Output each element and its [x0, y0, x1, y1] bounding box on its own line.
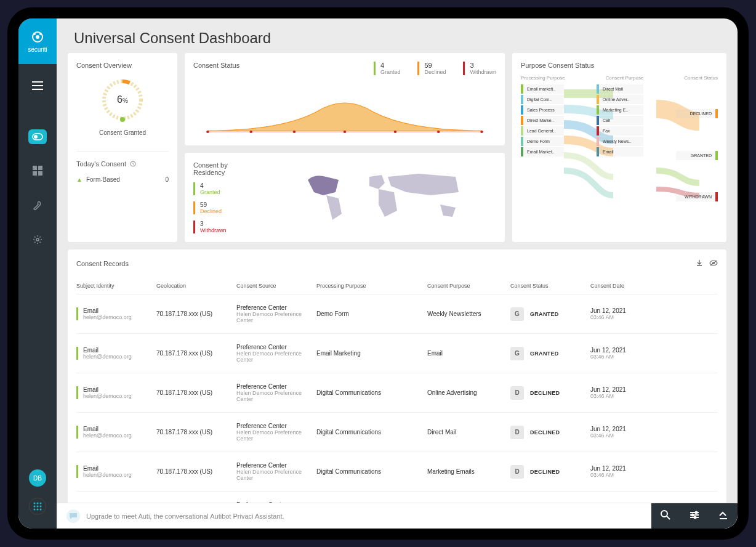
svg-point-20: [34, 509, 36, 511]
consent-status: GGRANTED: [510, 307, 590, 321]
consent-purpose: Weekly Newsletters: [427, 310, 510, 317]
consent-purpose: Direct Mail: [427, 429, 510, 436]
download-icon[interactable]: [696, 258, 703, 269]
residency-stat-withdrawn: 3Withdrawn: [193, 221, 261, 233]
table-header[interactable]: Subject Identity: [76, 283, 156, 289]
bottom-bar: Upgrade to meet Auti, the conversational…: [57, 503, 738, 529]
svg-line-38: [667, 516, 670, 519]
svg-point-15: [37, 503, 39, 504]
consent-source: Preference CenterHelen Democo Preference…: [236, 344, 316, 363]
svg-point-31: [344, 131, 347, 133]
subject-identity: Emailhelen@democo.org: [76, 347, 156, 360]
apps-icon[interactable]: [29, 498, 46, 515]
svg-point-8: [34, 135, 38, 139]
consent-status: DDECLINED: [510, 465, 590, 479]
assistant-prompt[interactable]: Upgrade to meet Auti, the conversational…: [86, 513, 651, 520]
sankey-node: Email: [597, 147, 643, 156]
status-stat-granted: 4Granted: [374, 62, 401, 75]
svg-point-1: [36, 35, 39, 39]
table-row[interactable]: Emailhelen@democo.org70.187.178.xxx (US)…: [76, 373, 718, 412]
svg-point-18: [37, 506, 39, 508]
sankey-node: Email Market..: [521, 147, 564, 156]
nav-settings-icon[interactable]: [30, 232, 46, 248]
consent-purpose: Online Advertising: [427, 389, 510, 396]
svg-point-22: [40, 509, 42, 511]
geolocation: 70.187.178.xxx (US): [156, 468, 236, 475]
processing-purpose: Email Marketing: [316, 350, 427, 357]
hamburger-icon[interactable]: [32, 81, 43, 92]
table-header[interactable]: Consent Purpose: [427, 283, 510, 289]
subject-identity: Emailhelen@democo.org: [76, 465, 156, 478]
sidebar: securiti DB: [18, 18, 57, 529]
geolocation: 70.187.178.xxx (US): [156, 310, 236, 317]
svg-point-33: [437, 131, 440, 133]
consent-gauge: 6%: [98, 75, 147, 124]
consent-date: Jun 12, 202103:46 AM: [590, 307, 718, 320]
consent-status: DDECLINED: [510, 426, 590, 439]
table-header[interactable]: Geolocation: [156, 283, 236, 289]
sankey-node: DECLINED: [676, 109, 718, 118]
svg-point-28: [206, 131, 209, 133]
residency-stat-declined: 59Declined: [193, 201, 261, 214]
svg-point-13: [36, 238, 39, 241]
svg-point-34: [480, 131, 483, 133]
nav-consent-icon[interactable]: [28, 129, 47, 144]
overview-card: Consent Overview 6% Consent Granted: [68, 53, 177, 242]
status-title: Consent Status: [193, 62, 239, 69]
consent-source: Preference CenterHelen Democo Preference…: [236, 304, 316, 323]
status-stat-declined: 59Declined: [417, 62, 446, 75]
consent-status: DDECLINED: [510, 386, 590, 400]
expand-icon[interactable]: [718, 509, 729, 523]
table-header[interactable]: Consent Status: [510, 283, 590, 289]
world-map: [279, 161, 496, 233]
brand-logo[interactable]: securiti: [18, 18, 57, 64]
svg-point-43: [691, 514, 693, 516]
table-header[interactable]: Consent Date: [590, 283, 718, 289]
svg-rect-9: [33, 166, 37, 170]
visibility-icon[interactable]: [709, 258, 718, 269]
user-avatar[interactable]: DB: [29, 469, 46, 487]
nav-dashboard-icon[interactable]: [30, 163, 46, 179]
consent-status: GGRANTED: [510, 347, 590, 360]
table-row[interactable]: Emailhelen@democo.org70.187.178.xxx (US)…: [76, 452, 718, 491]
sankey-node: GRANTED: [676, 151, 718, 160]
sankey-node: Marketing E..: [597, 105, 643, 115]
sankey-node: Digital Com..: [521, 95, 564, 104]
svg-point-16: [40, 503, 42, 504]
table-row[interactable]: Emailhelen@democo.org70.187.178.xxx (US)…: [76, 412, 718, 452]
svg-rect-6: [32, 89, 43, 90]
records-card: Consent Records Subject IdentityGeolocat…: [68, 249, 726, 529]
table-header[interactable]: Processing Purpose: [316, 283, 427, 289]
svg-rect-5: [32, 85, 43, 86]
filter-icon[interactable]: [689, 509, 700, 523]
search-icon[interactable]: [660, 509, 671, 523]
chat-icon[interactable]: [66, 509, 80, 523]
table-header[interactable]: Consent Source: [236, 283, 316, 289]
consent-date: Jun 12, 202103:46 AM: [590, 386, 718, 399]
nav-tool-icon[interactable]: [30, 197, 46, 213]
purpose-header-2: Consent Purpose: [606, 75, 644, 81]
title-bar: Universal Consent Dashboard: [57, 18, 738, 53]
processing-purpose: Digital Communications: [316, 389, 427, 396]
svg-rect-10: [38, 166, 42, 170]
geolocation: 70.187.178.xxx (US): [156, 389, 236, 396]
records-title: Consent Records: [76, 260, 129, 267]
svg-point-19: [40, 506, 42, 508]
processing-purpose: Demo Form: [316, 310, 427, 317]
svg-point-3: [39, 33, 42, 35]
processing-purpose: Digital Communications: [316, 429, 427, 436]
sankey-node: Sales Process: [521, 105, 564, 115]
residency-stat-granted: 4Granted: [193, 182, 261, 195]
sankey-node: Weekly News..: [597, 137, 643, 146]
sankey-node: Demo Form: [521, 137, 564, 146]
consent-status-chart: [193, 87, 496, 137]
brand-name: securiti: [28, 46, 47, 53]
svg-point-21: [37, 509, 39, 511]
svg-point-44: [694, 516, 696, 518]
svg-point-2: [33, 33, 36, 35]
residency-title: Consent by Residency: [193, 161, 261, 176]
consent-date: Jun 12, 202103:46 AM: [590, 465, 718, 478]
table-row[interactable]: Emailhelen@democo.org70.187.178.xxx (US)…: [76, 333, 718, 373]
table-row[interactable]: Emailhelen@democo.org70.187.178.xxx (US)…: [76, 294, 718, 333]
sankey-node: Lead Generat..: [521, 126, 564, 136]
